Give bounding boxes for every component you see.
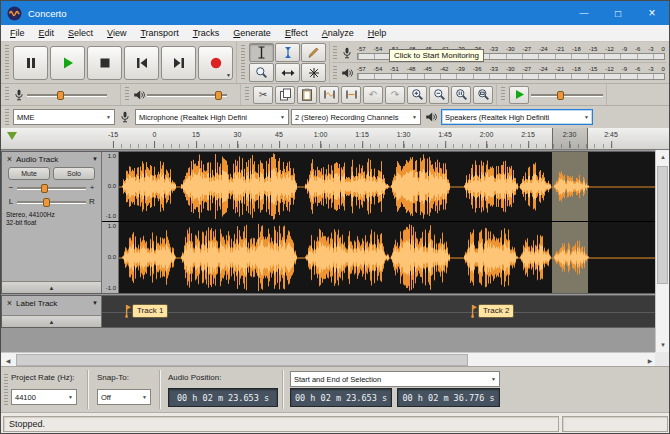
label-item[interactable]: Track 2 <box>468 304 514 318</box>
scroll-left-button[interactable]: ◀ <box>1 353 15 367</box>
selection-tool-button[interactable] <box>249 43 274 62</box>
gain-thumb[interactable] <box>41 184 48 193</box>
playback-device-select[interactable]: Speakers (Realtek High Definiti ▼ <box>441 109 593 125</box>
playback-volume-slider[interactable] <box>147 89 227 101</box>
title-bar[interactable]: Concerto — □ × <box>1 1 669 25</box>
scroll-up-button[interactable]: ▲ <box>656 150 670 164</box>
copy-button[interactable] <box>275 86 295 104</box>
menu-item[interactable]: Effect <box>278 25 315 42</box>
track-menu-caret[interactable]: ▼ <box>92 156 98 162</box>
vertical-ruler-right[interactable]: 1.00.0-1.0 <box>102 222 119 293</box>
scroll-down-button[interactable]: ▼ <box>656 338 670 352</box>
menu-item[interactable]: Transport <box>133 25 185 42</box>
toolbar-grip[interactable] <box>333 66 337 79</box>
recording-volume-thumb[interactable] <box>57 91 64 100</box>
menu-item[interactable]: Help <box>361 25 394 42</box>
selection-mode-select[interactable]: Start and End of Selection ▼ <box>290 371 500 387</box>
zoom-tool-button[interactable] <box>249 63 274 82</box>
audio-host-select[interactable]: MME ▼ <box>13 109 115 125</box>
toolbar-grip[interactable] <box>5 87 9 102</box>
vertical-scroll-thumb[interactable] <box>657 166 668 284</box>
stop-button[interactable] <box>87 46 122 80</box>
track-close-button[interactable]: × <box>5 153 14 165</box>
track-close-button[interactable]: × <box>5 297 14 309</box>
recording-device-select[interactable]: Microphone (Realtek High Defini ▼ <box>135 109 289 125</box>
silence-audio-button[interactable] <box>341 86 361 104</box>
skip-to-start-button[interactable] <box>124 46 159 80</box>
waveform-right-channel[interactable] <box>119 222 657 293</box>
menu-item[interactable]: Analyze <box>315 25 361 42</box>
selection-start-field[interactable]: 00 h 02 m 23.653 s <box>290 388 392 407</box>
pan-thumb[interactable] <box>43 198 50 207</box>
track-collapse-button[interactable]: ▲ <box>2 315 101 327</box>
play-button[interactable] <box>50 46 85 80</box>
cut-button[interactable]: ✂ <box>253 86 273 104</box>
label-track-content[interactable]: Track 1 Track 2 <box>102 296 655 327</box>
timeshift-tool-button[interactable] <box>275 63 300 82</box>
toolbar-grip[interactable] <box>241 45 245 80</box>
snap-to-select[interactable]: Off ▼ <box>97 389 151 405</box>
menu-item[interactable]: Select <box>61 25 100 42</box>
maximize-button[interactable]: □ <box>601 1 635 25</box>
pause-button[interactable] <box>13 46 48 80</box>
zoom-fit-button[interactable] <box>473 86 493 104</box>
playback-meter[interactable]: -57-54-51-48-45-42-39-36-33-30-27-24-21-… <box>332 62 667 82</box>
menu-item[interactable]: Tracks <box>186 25 227 42</box>
track-title[interactable]: Label Track <box>16 299 90 308</box>
project-rate-select[interactable]: 44100 ▼ <box>11 389 77 405</box>
label-text[interactable]: Track 1 <box>132 304 168 318</box>
timeline-ruler[interactable]: -1501530451:001:151:301:452:002:152:302:… <box>1 128 669 150</box>
draw-tool-button[interactable] <box>301 43 326 62</box>
vertical-scrollbar[interactable]: ▲ ▼ <box>655 150 669 352</box>
zoom-selection-button[interactable] <box>451 86 471 104</box>
horizontal-scrollbar[interactable]: ◀ ▶ <box>1 352 657 366</box>
label-track-control-panel[interactable]: × Label Track ▼ ▲ <box>2 296 102 327</box>
scrub-marker-icon[interactable] <box>7 132 17 140</box>
track-title[interactable]: Audio Track <box>16 155 90 164</box>
toolbar-grip[interactable] <box>501 87 505 102</box>
trim-audio-button[interactable] <box>319 86 339 104</box>
track-menu-caret[interactable]: ▼ <box>92 300 98 306</box>
play-speed-thumb[interactable] <box>557 91 564 100</box>
label-text[interactable]: Track 2 <box>478 304 514 318</box>
recording-volume-slider[interactable] <box>27 89 107 101</box>
multi-tool-button[interactable] <box>301 63 326 82</box>
redo-button[interactable]: ↷ <box>385 86 405 104</box>
minimize-button[interactable]: — <box>567 1 601 25</box>
toolbar-grip[interactable] <box>333 46 337 59</box>
toolbar-grip[interactable] <box>125 87 129 102</box>
undo-button[interactable]: ↶ <box>363 86 383 104</box>
menu-item[interactable]: Edit <box>32 25 62 42</box>
label-item[interactable]: Track 1 <box>122 304 168 318</box>
track-collapse-button[interactable]: ▲ <box>2 281 101 293</box>
solo-button[interactable]: Solo <box>53 167 95 180</box>
mute-button[interactable]: Mute <box>8 167 50 180</box>
waveform-left-channel[interactable] <box>119 152 657 221</box>
close-button[interactable]: × <box>635 1 669 25</box>
play-at-speed-button[interactable] <box>509 86 529 104</box>
horizontal-scroll-thumb[interactable] <box>16 354 468 366</box>
vertical-ruler-left[interactable]: 1.00.0-1.0 <box>102 152 119 221</box>
recording-channels-select[interactable]: 2 (Stereo) Recording Channels ▼ <box>291 109 421 125</box>
menu-item[interactable]: Generate <box>226 25 278 42</box>
selection-end-field[interactable]: 00 h 02 m 36.776 s <box>397 388 500 407</box>
menu-item[interactable]: View <box>100 25 133 42</box>
pan-slider[interactable] <box>17 196 86 208</box>
playback-volume-thumb[interactable] <box>215 91 222 100</box>
zoom-in-button[interactable] <box>407 86 427 104</box>
toolbar-grip[interactable] <box>4 374 8 405</box>
audio-track-control-panel[interactable]: × Audio Track ▼ Mute Solo − + L R <box>2 152 102 293</box>
menu-item[interactable]: File <box>3 25 32 42</box>
record-button[interactable]: ▼ <box>198 46 233 80</box>
zoom-out-button[interactable] <box>429 86 449 104</box>
record-options-caret[interactable]: ▼ <box>226 72 231 78</box>
envelope-tool-button[interactable] <box>275 43 300 62</box>
recording-meter[interactable]: -57-54-51-48-45-42-39-36-33-30-27-24-21-… <box>332 43 667 62</box>
audio-position-field[interactable]: 00 h 02 m 23.653 s <box>168 388 278 407</box>
skip-to-end-button[interactable] <box>161 46 196 80</box>
gain-slider[interactable] <box>17 182 86 194</box>
play-speed-slider[interactable] <box>531 89 603 101</box>
toolbar-grip[interactable] <box>5 109 9 125</box>
toolbar-grip[interactable] <box>245 87 249 102</box>
toolbar-grip[interactable] <box>5 45 9 80</box>
